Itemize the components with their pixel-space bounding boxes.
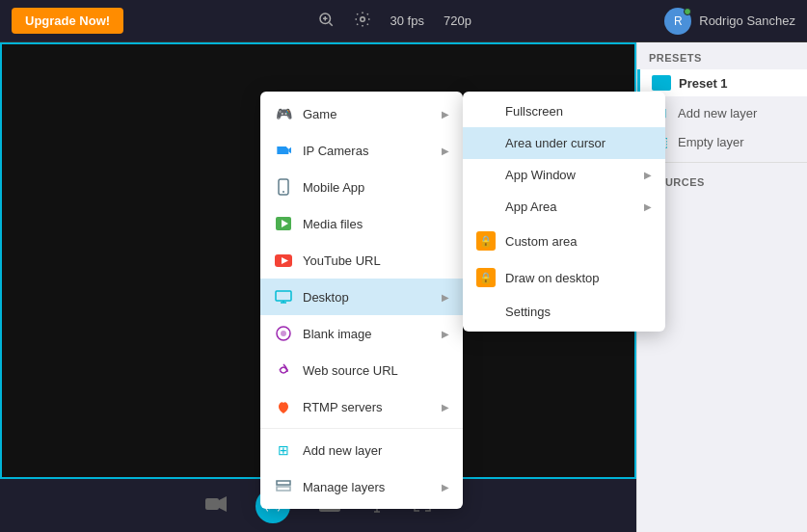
- svg-rect-18: [277, 487, 290, 491]
- empty-layer-label: Empty layer: [678, 135, 744, 149]
- svg-line-1: [329, 22, 332, 25]
- menu-label-blank: Blank image: [303, 327, 442, 341]
- menu-item-youtube[interactable]: YouTube URL: [260, 242, 463, 279]
- arrow-desktop: ▶: [442, 292, 449, 303]
- preset-icon: [652, 75, 671, 91]
- menu-label-ipcam: IP Cameras: [303, 144, 442, 158]
- sub-menu-item-app-window[interactable]: App Window ▶: [463, 159, 665, 191]
- menu-item-blank[interactable]: Blank image ▶: [260, 315, 463, 352]
- menu-divider: [260, 428, 463, 429]
- blank-icon: [274, 324, 293, 343]
- upgrade-button[interactable]: Upgrade Now!: [12, 8, 123, 34]
- add-layer-label: Add new layer: [678, 106, 757, 120]
- web-icon: [274, 360, 293, 380]
- ipcam-icon: [274, 141, 293, 160]
- game-icon: 🎮: [274, 104, 293, 123]
- arrow-game: ▶: [442, 109, 449, 120]
- menu-label-media: Media files: [303, 217, 449, 231]
- menu-label-rtmp: RTMP servers: [303, 400, 442, 414]
- sub-menu-item-custom-area[interactable]: 🔒 Custom area: [463, 223, 665, 259]
- svg-rect-19: [205, 498, 219, 510]
- svg-point-16: [281, 331, 286, 336]
- fps-display: 30 fps: [390, 13, 424, 28]
- menu-item-rtmp[interactable]: RTMP servers ▶: [260, 388, 463, 425]
- presets-title: PRESETS: [637, 42, 807, 69]
- arrow-ipcam: ▶: [442, 146, 449, 156]
- sub-menu-item-area-cursor[interactable]: Area under cursor: [463, 127, 665, 159]
- top-bar-center: 30 fps 720p: [317, 11, 471, 32]
- zoom-icon[interactable]: [317, 11, 335, 32]
- sub-menu-label-fullscreen: Fullscreen: [476, 104, 652, 119]
- arrow-app-window: ▶: [644, 170, 652, 180]
- svg-point-4: [360, 16, 364, 21]
- menu-item-media[interactable]: Media files: [260, 205, 463, 242]
- rtmp-icon: [274, 397, 293, 416]
- user-name: Rodrigo Sanchez: [699, 13, 795, 28]
- sub-menu-label-app-area: App Area: [476, 200, 644, 214]
- menu-label-manage-layers: Manage layers: [303, 480, 442, 494]
- arrow-manage: ▶: [442, 482, 449, 492]
- menu-label-desktop: Desktop: [303, 290, 442, 305]
- sub-menu-label-app-window: App Window: [476, 168, 644, 182]
- add-layer-menu-icon: ⊞: [274, 440, 293, 460]
- manage-layers-icon: [274, 477, 293, 496]
- sub-menu-label-area-cursor: Area under cursor: [476, 136, 652, 150]
- user-info: R Rodrigo Sanchez: [664, 8, 795, 35]
- context-menu: 🎮 Game ▶ IP Cameras ▶ Mobile App Media f…: [260, 92, 463, 509]
- preset-label: Preset 1: [679, 76, 728, 91]
- mobile-icon: [274, 177, 293, 197]
- desktop-icon: [274, 287, 293, 306]
- lock-draw-desktop-icon: 🔒: [476, 268, 496, 287]
- svg-marker-20: [219, 496, 227, 512]
- avatar: R: [664, 8, 691, 35]
- menu-item-desktop[interactable]: Desktop ▶: [260, 279, 463, 315]
- svg-rect-12: [276, 291, 291, 301]
- sub-menu-label-settings: Settings: [476, 305, 652, 319]
- sub-menu-item-draw-desktop[interactable]: 🔒 Draw on desktop: [463, 259, 665, 296]
- top-bar: Upgrade Now! 30 fps 720p R Rodrigo Sanch…: [0, 0, 807, 42]
- menu-label-mobile: Mobile App: [303, 180, 449, 195]
- menu-label-web: Web source URL: [303, 363, 449, 378]
- menu-item-add-layer[interactable]: ⊞ Add new layer: [260, 432, 463, 468]
- menu-label-add-layer: Add new layer: [303, 443, 449, 458]
- youtube-icon: [274, 251, 293, 270]
- menu-label-youtube: YouTube URL: [303, 253, 449, 268]
- sub-menu-label-draw-desktop: Draw on desktop: [505, 271, 652, 285]
- arrow-blank: ▶: [442, 329, 449, 339]
- arrow-app-area: ▶: [644, 201, 652, 212]
- menu-item-ipcam[interactable]: IP Cameras ▶: [260, 132, 463, 169]
- media-icon: [274, 214, 293, 233]
- menu-label-game: Game: [303, 107, 442, 121]
- arrow-rtmp: ▶: [442, 402, 449, 412]
- sub-menu-item-settings[interactable]: Settings: [463, 296, 665, 328]
- video-icon[interactable]: [205, 494, 227, 517]
- sub-menu-desktop: Fullscreen Area under cursor App Window …: [463, 92, 665, 332]
- menu-item-mobile[interactable]: Mobile App: [260, 169, 463, 205]
- menu-item-web[interactable]: Web source URL: [260, 352, 463, 388]
- lock-custom-area-icon: 🔒: [476, 231, 496, 251]
- menu-item-manage-layers[interactable]: Manage layers ▶: [260, 468, 463, 505]
- online-indicator: [684, 8, 691, 15]
- svg-marker-5: [288, 147, 291, 154]
- sub-menu-item-fullscreen[interactable]: Fullscreen: [463, 95, 665, 127]
- svg-rect-17: [277, 481, 290, 485]
- resolution-display: 720p: [444, 13, 471, 28]
- sub-menu-label-custom-area: Custom area: [505, 234, 652, 249]
- sub-menu-item-app-area[interactable]: App Area ▶: [463, 191, 665, 223]
- settings-icon[interactable]: [354, 11, 371, 32]
- menu-item-game[interactable]: 🎮 Game ▶: [260, 95, 463, 132]
